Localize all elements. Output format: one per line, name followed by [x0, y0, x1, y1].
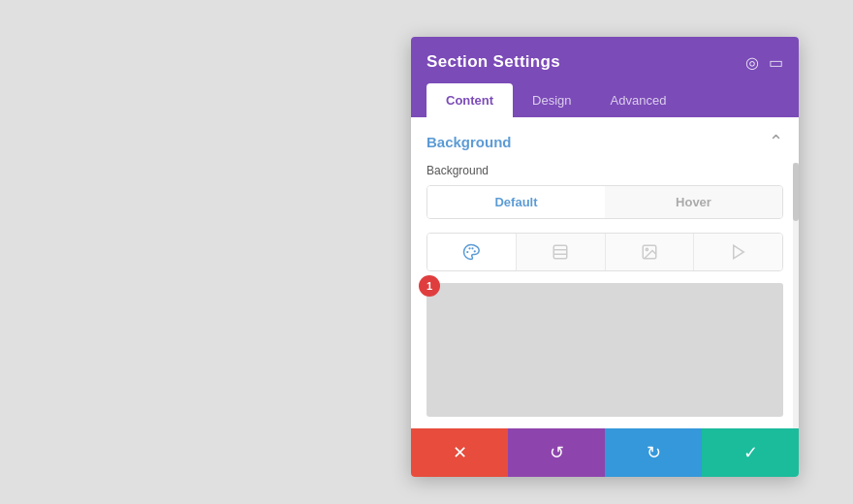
- icon-type-tabs: [426, 233, 783, 271]
- redo-button[interactable]: ↻: [605, 428, 702, 477]
- expand-icon[interactable]: ▭: [769, 53, 783, 72]
- svg-point-2: [472, 247, 474, 249]
- svg-marker-9: [733, 245, 743, 259]
- panel-title-row: Section Settings ◎ ▭: [426, 52, 783, 72]
- scrollbar[interactable]: [793, 163, 799, 428]
- default-toggle-btn[interactable]: Default: [427, 186, 605, 218]
- video-tab[interactable]: [694, 234, 782, 270]
- cancel-button[interactable]: ✕: [411, 428, 508, 477]
- scroll-thumb[interactable]: [793, 163, 799, 221]
- color-tab[interactable]: [427, 234, 517, 270]
- copy-icon[interactable]: ◎: [745, 53, 759, 72]
- svg-point-1: [469, 247, 471, 249]
- svg-rect-4: [553, 245, 567, 259]
- section-header: Background ⌃: [426, 133, 783, 150]
- section-collapse-toggle[interactable]: ⌃: [769, 133, 783, 150]
- image-tab[interactable]: [606, 234, 695, 270]
- undo-icon: ↺: [550, 442, 564, 463]
- undo-button[interactable]: ↺: [508, 428, 605, 477]
- panel-title: Section Settings: [426, 52, 560, 72]
- save-icon: ✓: [743, 442, 758, 463]
- panel-footer: ✕ ↺ ↻ ✓: [411, 428, 799, 477]
- tab-content[interactable]: Content: [426, 83, 513, 117]
- default-hover-toggle: Default Hover: [426, 185, 783, 219]
- tab-advanced[interactable]: Advanced: [591, 83, 686, 117]
- gradient-tab[interactable]: [517, 234, 606, 270]
- layer-badge: 1: [419, 275, 440, 297]
- save-button[interactable]: ✓: [702, 428, 799, 477]
- svg-point-0: [467, 251, 469, 253]
- background-field-label: Background: [426, 164, 783, 177]
- svg-point-3: [474, 250, 476, 252]
- panel-title-icons: ◎ ▭: [745, 53, 783, 72]
- color-preview-swatch[interactable]: [426, 283, 783, 417]
- color-preview-wrapper: 1: [426, 283, 783, 417]
- tab-design[interactable]: Design: [513, 83, 590, 117]
- panel-header: Section Settings ◎ ▭ Content Design Adva…: [411, 37, 799, 117]
- redo-icon: ↻: [647, 442, 661, 463]
- section-settings-panel: Section Settings ◎ ▭ Content Design Adva…: [411, 37, 799, 477]
- section-title: Background: [426, 134, 512, 150]
- svg-point-8: [646, 248, 648, 250]
- panel-body: Background ⌃ Background Default Hover: [411, 117, 799, 417]
- cancel-icon: ✕: [453, 442, 467, 463]
- panel-tabs: Content Design Advanced: [426, 83, 783, 117]
- hover-toggle-btn[interactable]: Hover: [605, 186, 782, 218]
